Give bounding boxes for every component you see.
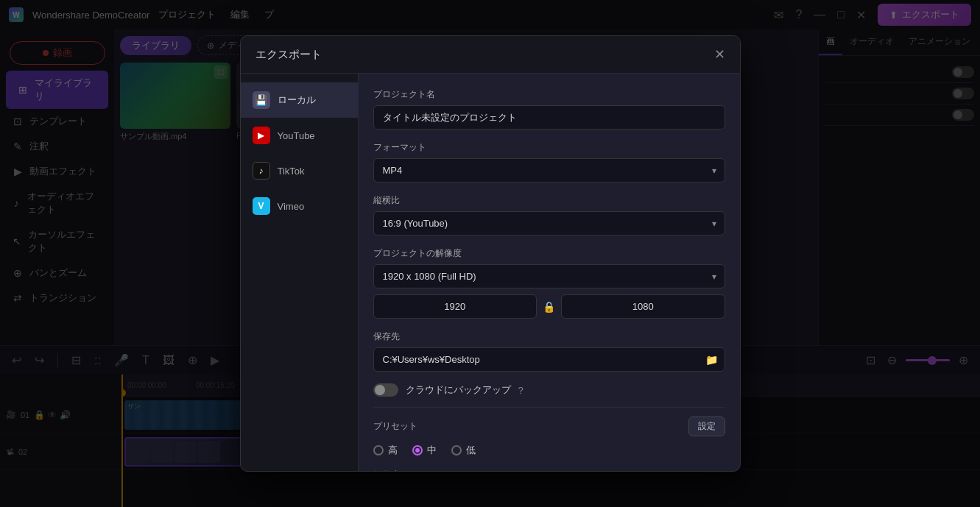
format-select[interactable]: MP4 bbox=[373, 158, 725, 182]
dialog-close-button[interactable]: ✕ bbox=[714, 46, 725, 63]
radio-outer-medium bbox=[412, 445, 423, 455]
spec-key-resolution: 解像度： bbox=[373, 469, 440, 471]
form-group-project-name: プロジェクト名 bbox=[373, 88, 725, 130]
resolution-label: プロジェクトの解像度 bbox=[373, 247, 725, 260]
preset-setting-button[interactable]: 設定 bbox=[688, 416, 725, 436]
preset-label: プリセット bbox=[373, 420, 417, 433]
radio-inner-medium bbox=[415, 448, 420, 453]
folder-icon[interactable]: 📁 bbox=[705, 354, 718, 366]
resolution-input-row: 🔒 bbox=[373, 294, 725, 319]
radio-outer-high bbox=[373, 445, 384, 455]
format-select-wrapper: MP4 ▾ bbox=[373, 158, 725, 182]
preset-radio-low[interactable]: 低 bbox=[451, 444, 476, 457]
cloud-backup-toggle[interactable] bbox=[373, 383, 398, 397]
form-group-format: フォーマット MP4 ▾ bbox=[373, 141, 725, 182]
export-dialog: エクスポート ✕ 💾 ローカル ▶ YouTube ♪ bbox=[240, 35, 741, 472]
project-name-label: プロジェクト名 bbox=[373, 88, 725, 101]
local-icon: 💾 bbox=[253, 91, 270, 109]
dialog-header: エクスポート ✕ bbox=[241, 36, 740, 74]
preset-header: プリセット 設定 bbox=[373, 416, 725, 436]
nav-item-tiktok[interactable]: ♪ TikTok bbox=[241, 153, 358, 188]
app-container: W Wondershare DemoCreator プロジェクト 編集 プ ✉ … bbox=[0, 0, 980, 507]
spec-row-resolution: 解像度： 1920*1080 bbox=[373, 466, 725, 471]
youtube-icon: ▶ bbox=[253, 127, 270, 144]
form-group-aspect-ratio: 縦横比 16:9 (YouTube) ▾ bbox=[373, 194, 725, 235]
nav-item-local[interactable]: 💾 ローカル bbox=[241, 82, 358, 118]
aspect-ratio-select[interactable]: 16:9 (YouTube) bbox=[373, 211, 725, 235]
dialog-body: 💾 ローカル ▶ YouTube ♪ TikTok V Vimeo bbox=[241, 74, 740, 471]
nav-item-youtube[interactable]: ▶ YouTube bbox=[241, 118, 358, 153]
resolution-select-wrapper: 1920 x 1080 (Full HD) ▾ bbox=[373, 264, 725, 288]
dialog-main: プロジェクト名 フォーマット MP4 ▾ bbox=[359, 74, 740, 471]
preset-radio-group: 高 中 低 bbox=[373, 444, 725, 457]
tiktok-icon: ♪ bbox=[253, 162, 270, 180]
dialog-sidebar: 💾 ローカル ▶ YouTube ♪ TikTok V Vimeo bbox=[241, 74, 359, 471]
modal-overlay: エクスポート ✕ 💾 ローカル ▶ YouTube ♪ bbox=[0, 0, 980, 507]
preset-radio-medium[interactable]: 中 bbox=[412, 444, 437, 457]
aspect-ratio-label: 縦横比 bbox=[373, 194, 725, 207]
form-group-save-location: 保存先 📁 bbox=[373, 330, 725, 372]
spec-val-resolution: 1920*1080 bbox=[440, 470, 482, 472]
cloud-backup-label: クラウドにバックアップ bbox=[406, 383, 511, 397]
dialog-title: エクスポート bbox=[255, 48, 322, 62]
form-group-resolution: プロジェクトの解像度 1920 x 1080 (Full HD) ▾ 🔒 bbox=[373, 247, 725, 319]
lock-icon[interactable]: 🔒 bbox=[543, 301, 555, 313]
save-location-label: 保存先 bbox=[373, 330, 725, 343]
save-location-input[interactable] bbox=[373, 347, 725, 372]
aspect-ratio-select-wrapper: 16:9 (YouTube) ▾ bbox=[373, 211, 725, 235]
save-location-row: 📁 bbox=[373, 347, 725, 372]
height-input[interactable] bbox=[561, 294, 725, 319]
preset-radio-high[interactable]: 高 bbox=[373, 444, 398, 457]
resolution-select[interactable]: 1920 x 1080 (Full HD) bbox=[373, 264, 725, 288]
width-input[interactable] bbox=[373, 294, 537, 319]
cloud-backup-row: クラウドにバックアップ ? bbox=[373, 383, 725, 397]
format-label: フォーマット bbox=[373, 141, 725, 154]
cloud-help-icon[interactable]: ? bbox=[518, 385, 524, 396]
cloud-toggle-knob bbox=[375, 385, 385, 395]
vimeo-icon: V bbox=[253, 197, 270, 215]
project-name-input[interactable] bbox=[373, 105, 725, 130]
nav-item-vimeo[interactable]: V Vimeo bbox=[241, 188, 358, 224]
preset-section: プリセット 設定 高 中 bbox=[373, 407, 725, 471]
radio-outer-low bbox=[451, 445, 462, 455]
